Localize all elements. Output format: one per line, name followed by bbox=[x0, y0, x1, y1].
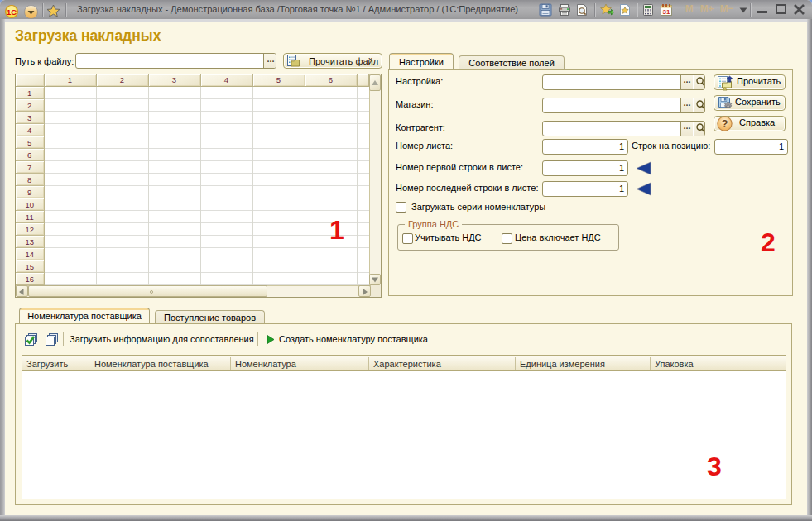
svg-text:1С: 1С bbox=[7, 7, 17, 17]
svg-text:?: ? bbox=[722, 118, 728, 130]
svg-text:31: 31 bbox=[663, 8, 670, 16]
